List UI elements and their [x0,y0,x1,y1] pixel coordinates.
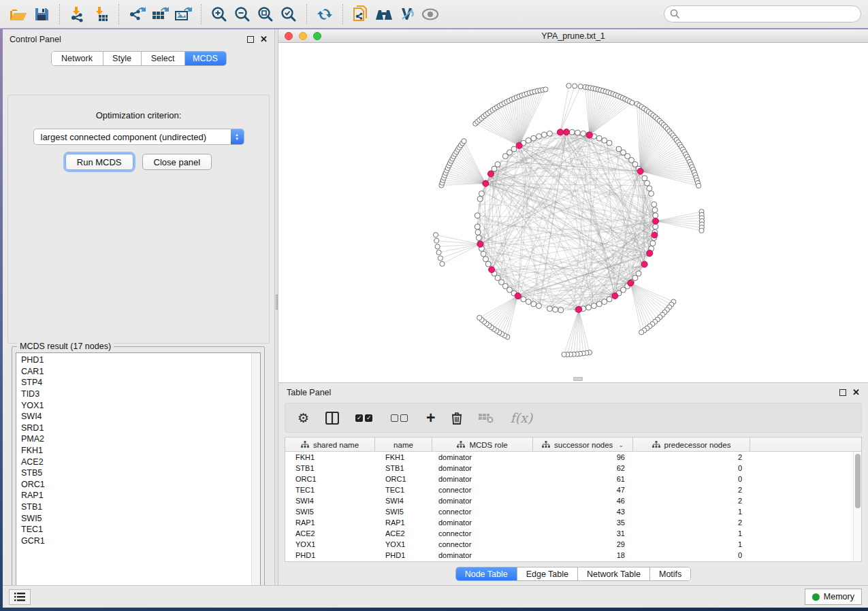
table-row[interactable]: SWI5SWI5connector431 [285,506,853,517]
column-header-name[interactable]: name [375,437,432,452]
graph-node[interactable] [558,308,564,313]
graph-leaf-node[interactable] [435,244,440,249]
tab-node-table[interactable]: Node Table [456,567,517,580]
graph-node[interactable] [531,135,536,141]
graph-node[interactable] [531,301,536,307]
delete-column-trash-icon[interactable] [451,412,462,425]
graph-node[interactable] [541,132,547,137]
table-row[interactable]: FKH1FKH1dominator962 [285,452,853,463]
graph-node[interactable] [596,301,602,307]
mcds-node-item[interactable]: SWI5 [16,512,251,524]
graph-node[interactable] [591,303,596,309]
graph-node[interactable] [607,297,612,302]
graph-leaf-node[interactable] [639,330,644,335]
graph-mcds-node[interactable] [557,129,563,135]
table-row[interactable]: TEC1TEC1connector472 [285,484,853,495]
mcds-node-item[interactable]: ORC1 [16,479,251,491]
tab-network[interactable]: Network [52,52,103,65]
graph-node[interactable] [602,137,607,143]
graph-node[interactable] [485,261,491,267]
graph-mcds-node[interactable] [641,261,647,267]
graph-node[interactable] [653,224,658,229]
graph-leaf-node[interactable] [433,233,438,237]
select-all-checkboxes-icon[interactable] [355,414,374,422]
graph-node[interactable] [547,306,552,312]
graph-mcds-node[interactable] [653,218,659,225]
import-network-button[interactable] [66,3,89,26]
run-mcds-button[interactable]: Run MCDS [65,154,133,170]
graph-node[interactable] [483,257,488,262]
graph-mcds-node[interactable] [586,132,592,138]
tab-edge-table[interactable]: Edge Table [517,567,578,580]
close-panel-icon[interactable]: ✕ [260,36,268,43]
zoom-in-button[interactable] [208,3,231,26]
table-row[interactable]: STB1STB1dominator620 [285,463,853,474]
table-row[interactable]: SWI4SWI4dominator462 [285,495,853,506]
graph-leaf-node[interactable] [699,228,704,233]
graph-mcds-node[interactable] [483,180,489,186]
graph-node[interactable] [526,299,531,305]
graph-node[interactable] [536,133,542,139]
mcds-node-item[interactable]: TID3 [16,389,251,400]
graph-mcds-node[interactable] [647,250,653,256]
table-row[interactable]: ACE2ACE2connector311 [285,528,853,539]
close-panel-button[interactable]: Close panel [142,154,212,170]
scrollbar-thumb[interactable] [855,454,861,508]
table-row[interactable]: YOX1YOX1connector291 [285,539,853,550]
graph-mcds-node[interactable] [612,293,618,299]
graph-node[interactable] [652,201,657,207]
graph-node[interactable] [553,307,558,312]
graph-node[interactable] [475,229,481,235]
task-history-button[interactable] [9,589,31,605]
graph-mcds-node[interactable] [628,280,634,286]
graph-node[interactable] [649,191,654,197]
deselect-all-checkboxes-icon[interactable] [391,414,410,422]
graph-mcds-node[interactable] [652,232,658,238]
graph-leaf-node[interactable] [566,83,571,88]
mcds-node-item[interactable]: PMA2 [16,433,251,445]
canvas-splitter-handle[interactable] [573,377,583,381]
graph-leaf-node[interactable] [630,100,634,105]
export-network-button[interactable] [125,3,148,26]
zoom-out-button[interactable] [231,3,254,26]
graph-leaf-node[interactable] [578,84,583,88]
graph-node[interactable] [575,130,580,135]
column-header-predecessor-nodes[interactable]: predecessor nodes [633,437,750,452]
table-row[interactable]: RAP1RAP1dominator352 [285,517,853,528]
graph-node[interactable] [475,213,480,218]
graph-node[interactable] [521,297,526,302]
tab-motifs[interactable]: Motifs [650,567,690,580]
graph-node[interactable] [536,303,542,309]
graph-mcds-node[interactable] [477,241,483,247]
graph-leaf-node[interactable] [462,139,466,144]
mcds-node-item[interactable]: CAR1 [16,366,251,378]
column-header-successor-nodes[interactable]: successor nodes⌄ [533,437,633,452]
graph-node[interactable] [475,224,480,229]
table-settings-gear-icon[interactable]: ⚙ [298,410,309,426]
zoom-fit-button[interactable] [254,3,277,26]
splitter-handle-icon[interactable] [276,295,278,310]
float-panel-icon[interactable] [839,389,846,396]
graph-node[interactable] [511,146,517,152]
hide-eye-button[interactable] [419,3,442,26]
graph-node[interactable] [526,137,531,143]
table-row[interactable]: ORC1ORC1dominator610 [285,474,853,484]
graph-node[interactable] [653,213,658,218]
table-row[interactable]: PHD1PHD1dominator180 [285,550,853,561]
graph-node[interactable] [642,176,647,181]
graph-leaf-node[interactable] [438,256,443,261]
export-table-button[interactable] [148,3,172,26]
graph-node[interactable] [476,235,481,241]
close-panel-icon[interactable]: ✕ [852,389,860,396]
table-scrollbar[interactable] [853,452,861,561]
graph-node[interactable] [596,135,602,141]
tab-style[interactable]: Style [103,52,142,65]
export-image-button[interactable] [172,3,195,26]
graph-node[interactable] [645,180,650,186]
refresh-layout-button[interactable] [313,3,336,26]
optimization-criterion-select[interactable]: largest connected component (undirected)… [33,129,244,145]
graph-node[interactable] [607,140,612,146]
mcds-node-item[interactable]: STP4 [16,377,251,389]
graph-node[interactable] [602,299,607,305]
graph-mcds-node[interactable] [576,306,582,312]
